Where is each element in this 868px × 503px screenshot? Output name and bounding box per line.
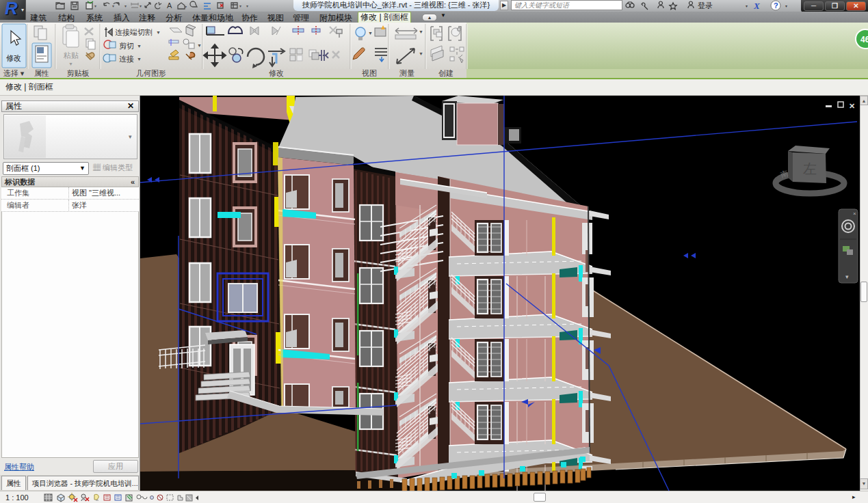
svg-text:▾: ▾ bbox=[185, 5, 187, 9]
svg-text:X: X bbox=[753, 1, 760, 11]
svg-text:▼: ▼ bbox=[419, 51, 423, 56]
svg-text:▾: ▾ bbox=[845, 273, 849, 280]
svg-text:▼: ▼ bbox=[137, 57, 142, 62]
svg-text:▼: ▼ bbox=[137, 44, 142, 49]
svg-text:粘贴: 粘贴 bbox=[63, 51, 79, 59]
svg-text:▾: ▾ bbox=[785, 4, 787, 8]
svg-text:▾: ▾ bbox=[140, 4, 142, 8]
svg-text:▼: ▼ bbox=[419, 29, 423, 34]
svg-text:连接: 连接 bbox=[119, 55, 134, 63]
svg-text:修改: 修改 bbox=[269, 69, 284, 77]
svg-text:▾: ▾ bbox=[239, 4, 241, 8]
svg-text:×: × bbox=[853, 210, 856, 217]
svg-text:✕: ✕ bbox=[849, 102, 855, 110]
svg-text:几何图形: 几何图形 bbox=[136, 69, 166, 77]
svg-text:▾: ▾ bbox=[746, 4, 748, 8]
svg-text:剪切: 剪切 bbox=[119, 42, 134, 50]
svg-text:▼: ▼ bbox=[156, 30, 161, 35]
svg-text:▾: ▾ bbox=[124, 4, 127, 8]
svg-text:▾: ▾ bbox=[246, 4, 248, 8]
svg-text:▼: ▼ bbox=[197, 43, 202, 48]
svg-text:A: A bbox=[167, 1, 172, 10]
svg-text:修改: 修改 bbox=[6, 54, 21, 62]
svg-text:连接端切割: 连接端切割 bbox=[115, 28, 153, 36]
svg-text:左: 左 bbox=[803, 161, 817, 176]
svg-text:视图: 视图 bbox=[362, 69, 377, 77]
svg-text:测量: 测量 bbox=[399, 69, 415, 77]
svg-text:属性: 属性 bbox=[34, 69, 49, 77]
svg-text:▾: ▾ bbox=[112, 4, 114, 8]
svg-text:46: 46 bbox=[860, 35, 868, 44]
svg-text:剪贴板: 剪贴板 bbox=[67, 69, 90, 77]
svg-text:▾: ▾ bbox=[94, 4, 96, 8]
svg-text:选择 ▾: 选择 ▾ bbox=[3, 69, 25, 77]
svg-text:登录: 登录 bbox=[698, 1, 713, 10]
svg-text:创建: 创建 bbox=[438, 69, 453, 77]
svg-text:▼: ▼ bbox=[68, 62, 73, 66]
svg-text:?: ? bbox=[774, 1, 778, 10]
svg-text:▼: ▼ bbox=[368, 31, 373, 36]
